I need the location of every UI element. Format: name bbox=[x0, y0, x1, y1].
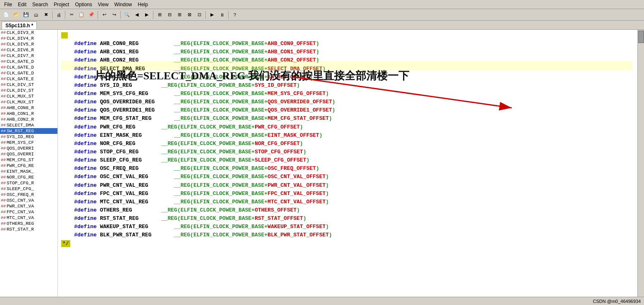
menu-help[interactable]: Help bbox=[135, 1, 150, 8]
code-line-7: #define MEM_SYS_CFG_REG __REG(ELFIN_CLOC… bbox=[61, 90, 641, 98]
sidebar-item-clk-div3[interactable]: ## CLK_DIV3_R bbox=[0, 30, 57, 36]
hash-icon-11: ## bbox=[1, 88, 6, 93]
toolbar-back[interactable]: ◀ bbox=[132, 10, 141, 19]
toolbar-open[interactable]: 📂 bbox=[12, 10, 21, 19]
sidebar-item-clk-mux-st2[interactable]: ## CLK_MUX_ST bbox=[0, 99, 57, 105]
toolbar-b2[interactable]: ⊟ bbox=[165, 10, 174, 19]
sidebar-item-qos-1[interactable]: ## QOS_OVERRI bbox=[0, 151, 57, 157]
toolbar-redo[interactable]: ↪ bbox=[110, 10, 119, 19]
sidebar-item-rst-stat[interactable]: ## RST_STAT_R bbox=[0, 226, 57, 232]
sidebar-item-pwr-cfg[interactable]: ## PWR_CFG_RE bbox=[0, 163, 57, 169]
sidebar-item-pwr-cnt[interactable]: ## PWR_CNT_VA bbox=[0, 203, 57, 209]
hash-icon-5: ## bbox=[1, 54, 6, 58]
toolbar-help[interactable]: ? bbox=[230, 10, 239, 19]
hash-icon-14: ## bbox=[1, 106, 6, 110]
menu-project[interactable]: Project bbox=[51, 1, 72, 8]
sidebar-item-mtc-cnt[interactable]: ## MTC_CNT_VA bbox=[0, 215, 57, 221]
separator-4 bbox=[120, 11, 121, 19]
code-editor[interactable]: */ #define AHB_CON0_REG __REG(ELFIN_CLOC… bbox=[58, 30, 644, 297]
toolbar-close[interactable]: ✖ bbox=[41, 10, 50, 19]
sidebar-item-clk-div4[interactable]: ## CLK_DIV4_R bbox=[0, 36, 57, 41]
toolbar-copy[interactable]: 📋 bbox=[77, 10, 86, 19]
toolbar-cut[interactable]: ✂ bbox=[67, 10, 76, 19]
sidebar-item-clk-div7[interactable]: ## CLK_DIV7_R bbox=[0, 53, 57, 59]
hash-icon-31: ## bbox=[1, 204, 6, 209]
scrollbar-thumb[interactable] bbox=[638, 31, 644, 43]
sidebar-item-clk-div6[interactable]: ## CLK_DIV6_R bbox=[0, 47, 57, 53]
sidebar-item-select-dma[interactable]: ## SELECT_DMA bbox=[0, 122, 57, 128]
code-line-3: #define AHB_CON2_REG __REG(ELFIN_CLOCK_P… bbox=[61, 56, 641, 64]
toolbar-undo[interactable]: ↩ bbox=[100, 10, 109, 19]
hash-icon-27: ## bbox=[1, 181, 6, 186]
code-line-22: #define RST_STAT_REG __REG(ELFIN_CLOCK_P… bbox=[61, 214, 641, 223]
toolbar-b4[interactable]: ⊠ bbox=[185, 10, 194, 19]
menu-edit[interactable]: Edit bbox=[15, 1, 29, 8]
sidebar-item-sleep-cfg[interactable]: ## SLEEP_CFG_ bbox=[0, 186, 57, 192]
sidebar-item-osc-cnt[interactable]: ## OSC_CNT_VA bbox=[0, 198, 57, 203]
code-line-8: #define QOS_OVERRIDE0_REG __REG(ELFIN_CL… bbox=[61, 98, 641, 106]
toolbar-debug1[interactable]: ▶ bbox=[208, 10, 217, 19]
toolbar-b5[interactable]: ⊡ bbox=[195, 10, 204, 19]
code-line-18: #define PWR_CNT_VAL_REG __REG(ELFIN_CLOC… bbox=[61, 181, 641, 190]
sidebar-item-nor-cfg[interactable]: ## NOR_CFG_RE bbox=[0, 174, 57, 180]
tab-s5pc110[interactable]: S5pc110.h * bbox=[2, 21, 37, 29]
toolbar-paste[interactable]: 📌 bbox=[87, 10, 96, 19]
toolbar-new[interactable]: 📄 bbox=[2, 10, 11, 19]
menu-window[interactable]: Window bbox=[112, 1, 135, 8]
code-line-12: #define EINT_MASK_REG __REG(ELFIN_CLOCK_… bbox=[61, 131, 641, 140]
sidebar-item-clk-div-st2[interactable]: ## CLK_DIV_ST bbox=[0, 88, 57, 93]
sidebar-item-clk-gate-3[interactable]: ## CLK_GATE_D bbox=[0, 70, 57, 76]
menu-search[interactable]: Search bbox=[30, 1, 50, 8]
separator-3 bbox=[98, 11, 98, 19]
code-line-17: #define OSC_CNT_VAL_REG __REG(ELFIN_CLOC… bbox=[61, 173, 641, 181]
sidebar-item-others[interactable]: ## OTHERS_REG bbox=[0, 221, 57, 226]
hash-icon-29: ## bbox=[1, 193, 6, 197]
toolbar-debug2[interactable]: ⏸ bbox=[217, 10, 227, 19]
sidebar-item-ahb-con2[interactable]: ## AHB_CON2_R bbox=[0, 117, 57, 122]
symbol-list: ## CLK_DIV3_R ## CLK_DIV4_R ## CLK_DIV5_… bbox=[0, 30, 58, 297]
sidebar-item-sw-rst[interactable]: ## SW_RST_REG bbox=[0, 128, 57, 134]
sidebar-item-clk-mux-st1[interactable]: ## CLK_MUX_ST bbox=[0, 93, 57, 99]
code-line-6: #define SYS_ID_REG __REG(ELFIN_CLOCK_POW… bbox=[61, 81, 641, 90]
sidebar-item-sys-id[interactable]: ## SYS_ID_REG bbox=[0, 134, 57, 140]
toolbar-b3[interactable]: ⊞ bbox=[175, 10, 184, 19]
hash-icon-18: ## bbox=[1, 129, 6, 133]
sidebar-item-clk-gate-e[interactable]: ## CLK_GATE_E bbox=[0, 76, 57, 82]
sidebar-item-clk-gate-1[interactable]: ## CLK_GATE_D bbox=[0, 59, 57, 64]
sidebar-item-osc-freq[interactable]: ## OSC_FREQ_R bbox=[0, 192, 57, 198]
sidebar-item-ahb-con1[interactable]: ## AHB_CON1_R bbox=[0, 111, 57, 117]
menu-options[interactable]: Options bbox=[72, 1, 94, 8]
sidebar-item-mem-sys[interactable]: ## MEM_SYS_CF bbox=[0, 140, 57, 145]
toolbar-print[interactable]: 🖨 bbox=[54, 10, 63, 19]
code-line-5: #define SW_RST_REG __REG(ELFIN_CLOCK_POW… bbox=[61, 73, 641, 81]
hash-icon-19: ## bbox=[1, 135, 6, 139]
menu-file[interactable]: File bbox=[2, 1, 14, 8]
toolbar-save[interactable]: 💾 bbox=[21, 10, 31, 19]
sidebar-item-clk-div5[interactable]: ## CLK_DIV5_R bbox=[0, 41, 57, 47]
sidebar-item-stop-cfg[interactable]: ## STOP_CFG_R bbox=[0, 180, 57, 186]
toolbar-forward[interactable]: ▶ bbox=[142, 10, 151, 19]
hash-icon-8: ## bbox=[1, 71, 6, 76]
code-line-21: #define OTHERS_REG __REG(ELFIN_CLOCK_POW… bbox=[61, 206, 641, 214]
code-line-1: #define AHB_CON0_REG __REG(ELFIN_CLOCK_P… bbox=[61, 40, 641, 48]
toolbar-find[interactable]: 🔍 bbox=[122, 10, 131, 19]
hash-icon-9: ## bbox=[1, 77, 6, 81]
sidebar-item-clk-gate-2[interactable]: ## CLK_GATE_D bbox=[0, 64, 57, 70]
hash-icon-25: ## bbox=[1, 169, 6, 174]
sidebar-item-mem-cfg[interactable]: ## MEM_CFG_ST bbox=[0, 157, 57, 163]
hash-icon-7: ## bbox=[1, 65, 6, 70]
sidebar-item-eint[interactable]: ## EINT_MASK_ bbox=[0, 169, 57, 174]
toolbar-b1[interactable]: ⊞ bbox=[155, 10, 164, 19]
sidebar-item-qos-0[interactable]: ## QOS_OVERRI bbox=[0, 145, 57, 151]
separator-2 bbox=[65, 11, 65, 19]
sidebar-item-fpc-cnt[interactable]: ## FPC_CNT_VA bbox=[0, 209, 57, 215]
hash-icon-16: ## bbox=[1, 117, 6, 122]
menu-view[interactable]: View bbox=[95, 1, 111, 8]
toolbar-saveall[interactable]: 🗂 bbox=[31, 10, 41, 19]
sidebar-item-clk-div-st1[interactable]: ## CLK_DIV_ST bbox=[0, 82, 57, 88]
sidebar-item-ahb-con0[interactable]: ## AHB_CON0_R bbox=[0, 105, 57, 111]
hash-icon-26: ## bbox=[1, 175, 6, 180]
main-area: ## CLK_DIV3_R ## CLK_DIV4_R ## CLK_DIV5_… bbox=[0, 30, 644, 297]
code-container: */ #define AHB_CON0_REG __REG(ELFIN_CLOC… bbox=[61, 31, 641, 248]
scrollbar-v[interactable] bbox=[637, 30, 644, 297]
